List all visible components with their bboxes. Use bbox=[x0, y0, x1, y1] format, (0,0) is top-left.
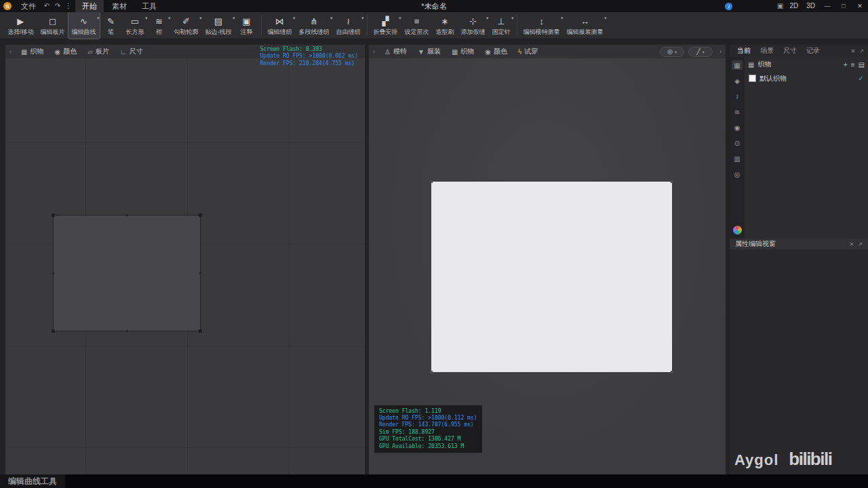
maximize-button[interactable]: □ bbox=[835, 0, 852, 12]
property-editor-header[interactable]: 属性编辑视窗 ✕ ↗ bbox=[730, 239, 868, 249]
tab-label: 尺寸 bbox=[130, 47, 143, 56]
tab-3d-color[interactable]: ◉ 颜色 bbox=[479, 45, 513, 58]
tool-edit-garment-measure[interactable]: ↔ 编辑服装测量 bbox=[564, 12, 607, 39]
tab-label: 颜色 bbox=[63, 47, 77, 56]
vertex-handle[interactable] bbox=[199, 329, 202, 333]
tool-pen[interactable]: ✎ 笔 bbox=[100, 12, 123, 39]
viewport-3d[interactable]: Screen Flash: 1.119 Update RO FPS: >1000… bbox=[369, 58, 726, 474]
tool-free-sewing[interactable]: ≀ 自由缝纫 bbox=[333, 12, 364, 39]
fabric-list-item[interactable]: 默认织物 ✓ bbox=[745, 72, 868, 85]
tool-tape-segment[interactable]: ▤ 贴边-线段 bbox=[202, 12, 235, 39]
debug-line: Render FPS: 143.787(6.955 ms) bbox=[379, 422, 477, 428]
account-info-icon[interactable]: i bbox=[725, 3, 732, 10]
tool-polyline-sewing[interactable]: ⋔ 多段线缝纫 bbox=[296, 12, 333, 39]
tab-3d-garment[interactable]: ▼ 服装 bbox=[412, 45, 446, 58]
view-3d-button[interactable]: 3D bbox=[802, 0, 819, 12]
rail-trim-icon[interactable]: ◎ bbox=[732, 169, 743, 179]
vertex-handle[interactable] bbox=[199, 214, 202, 217]
tab-2d-size[interactable]: ∟ 尺寸 bbox=[115, 45, 149, 58]
ribbon-tab-start[interactable]: 开始 bbox=[75, 0, 104, 12]
list-view-icon[interactable]: ≡ bbox=[851, 61, 855, 68]
tool-edit-pattern[interactable]: ◻ 编辑板片 bbox=[37, 12, 68, 39]
menu-file[interactable]: 文件 bbox=[16, 0, 41, 12]
vertex-handle[interactable] bbox=[671, 371, 673, 373]
collapse-left-icon[interactable]: ‹ bbox=[5, 48, 16, 55]
rail-graphic-icon[interactable]: ◈ bbox=[732, 76, 743, 85]
layout-icon[interactable]: ▣ bbox=[774, 0, 785, 12]
tool-pleat[interactable]: ≋ 褶 bbox=[148, 12, 171, 39]
panel-close-icon[interactable]: ✕ bbox=[850, 241, 854, 247]
app-logo[interactable]: S bbox=[3, 2, 12, 10]
tool-trace-outline[interactable]: ✐ 勾勒轮廓 bbox=[171, 12, 202, 39]
tab-3d-tryon[interactable]: ϟ 试穿 bbox=[513, 45, 543, 58]
minimize-button[interactable]: — bbox=[819, 0, 835, 12]
tab-2d-color[interactable]: ◉ 颜色 bbox=[49, 45, 82, 58]
tab-label: 织物 bbox=[30, 47, 43, 56]
fabric-piece-3d[interactable] bbox=[431, 182, 672, 372]
tool-fold-arrange[interactable]: ▞ 折叠安排 bbox=[370, 12, 401, 39]
view-orbit-button[interactable]: ◎ bbox=[660, 47, 684, 57]
tab-2d-pattern[interactable]: ▱ 板片 bbox=[82, 45, 115, 58]
collapse-left-icon[interactable]: ‹ bbox=[369, 48, 379, 55]
tool-styling-brush[interactable]: ∗ 造型刷 bbox=[433, 12, 458, 39]
rail-topstitch-icon[interactable]: ≀ bbox=[732, 92, 743, 101]
ribbon-tab-material[interactable]: 素材 bbox=[105, 0, 134, 12]
rail-zipper-icon[interactable]: ⊙ bbox=[732, 138, 743, 148]
grid-view-icon[interactable]: ▤ bbox=[859, 61, 865, 68]
toolbar-separator bbox=[517, 16, 517, 35]
edit-sewing-icon: ⋈ bbox=[275, 16, 284, 27]
tab-label: 模特 bbox=[393, 47, 407, 56]
tool-edit-avatar-measure[interactable]: ↕ 编辑模特测量 bbox=[520, 12, 564, 39]
edge-midpoint[interactable] bbox=[52, 272, 54, 274]
tool-set-layer[interactable]: ≡ 设定层次 bbox=[401, 12, 433, 39]
tab-3d-fabric[interactable]: ▦ 织物 bbox=[446, 45, 479, 58]
tool-edit-sewing[interactable]: ⋈ 编辑缝纫 bbox=[264, 12, 296, 39]
more-icon[interactable]: ⋮ bbox=[63, 0, 74, 12]
redo-icon[interactable]: ↷ bbox=[52, 0, 63, 12]
view-2d-button[interactable]: 2D bbox=[785, 0, 802, 12]
fabric-header-label: 织物 bbox=[757, 60, 771, 69]
undo-icon[interactable]: ↶ bbox=[41, 0, 52, 12]
annotation-icon: ▣ bbox=[242, 16, 250, 27]
tool-edit-curve[interactable]: ∿ 编辑曲线 bbox=[68, 12, 100, 39]
edge-midpoint[interactable] bbox=[126, 214, 128, 216]
tab-history[interactable]: 记录 bbox=[802, 46, 825, 56]
vertex-handle[interactable] bbox=[430, 371, 433, 373]
rail-button-icon[interactable]: ◉ bbox=[732, 123, 743, 132]
tool-label: 注释 bbox=[241, 28, 253, 37]
vertex-handle[interactable] bbox=[671, 180, 673, 183]
vertex-handle[interactable] bbox=[430, 180, 433, 183]
rail-puckering-icon[interactable]: ≋ bbox=[732, 107, 743, 117]
tab-2d-fabric[interactable]: ▦ 织物 bbox=[16, 45, 49, 58]
panel-float-icon[interactable]: ↗ bbox=[858, 241, 863, 247]
tool-select-move[interactable]: ▶ 选择/移动 bbox=[4, 12, 37, 39]
edge-midpoint[interactable] bbox=[126, 330, 128, 332]
ribbon-tab-tools[interactable]: 工具 bbox=[135, 0, 163, 12]
collapse-right-icon[interactable]: › bbox=[715, 48, 726, 55]
view-controls: ◎ ╱ bbox=[660, 47, 715, 57]
tool-annotation[interactable]: ▣ 注释 bbox=[235, 12, 258, 39]
rail-market-icon[interactable] bbox=[733, 226, 742, 235]
pattern-piece[interactable] bbox=[53, 215, 201, 331]
tool-rectangle[interactable]: ▭ 长方形 bbox=[123, 12, 148, 39]
close-button[interactable]: ✕ bbox=[852, 0, 868, 12]
object-type-rail: ▦ ◈ ≀ ≋ ◉ ⊙ ▥ ◎ bbox=[730, 57, 745, 239]
vertex-handle[interactable] bbox=[52, 214, 55, 217]
vertex-handle[interactable] bbox=[52, 329, 55, 333]
active-tool-status[interactable]: 编辑曲线工具 bbox=[0, 474, 65, 488]
view-light-button[interactable]: ╱ bbox=[688, 47, 713, 57]
tool-add-basting[interactable]: ⊹ 添加假缝 bbox=[458, 12, 489, 39]
tab-scene[interactable]: 场景 bbox=[755, 46, 778, 56]
tool-pin[interactable]: ⊥ 固定针 bbox=[489, 12, 514, 39]
debug-line: GPU TotalCost: 1306.427 M bbox=[379, 436, 477, 443]
rail-fabric-icon[interactable]: ▦ bbox=[732, 60, 743, 70]
edge-midpoint[interactable] bbox=[199, 272, 201, 274]
tab-3d-avatar[interactable]: ♙ 模特 bbox=[379, 45, 412, 58]
tab-size[interactable]: 尺寸 bbox=[778, 46, 802, 56]
panel-close-icon[interactable]: ✕ bbox=[851, 48, 856, 54]
tab-current[interactable]: 当前 bbox=[732, 46, 755, 56]
viewport-2d[interactable] bbox=[5, 58, 365, 474]
add-fabric-icon[interactable]: + bbox=[844, 61, 848, 68]
rail-binding-icon[interactable]: ▥ bbox=[732, 154, 743, 163]
panel-float-icon[interactable]: ↗ bbox=[859, 48, 864, 54]
